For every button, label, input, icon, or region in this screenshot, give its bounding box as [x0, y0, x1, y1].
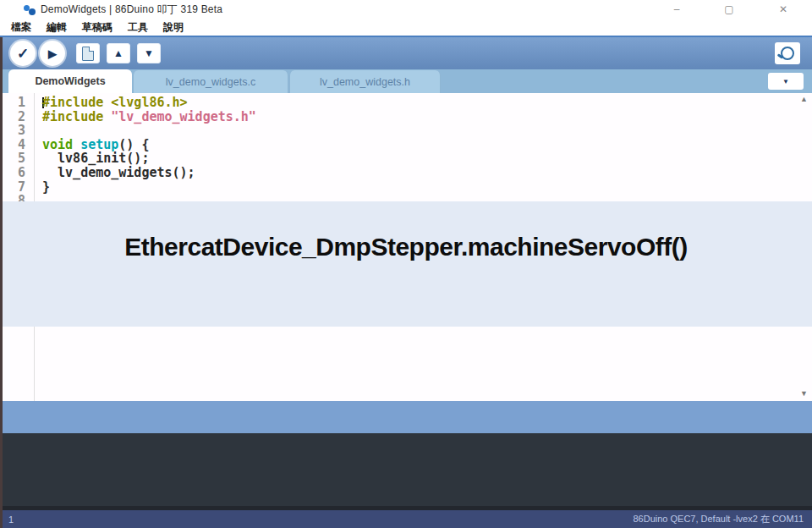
down-arrow-icon: ▼	[144, 47, 154, 59]
close-button[interactable]: ✕	[766, 0, 800, 19]
tab-label: DemoWidgets	[35, 75, 105, 87]
status-board-info: 86Duino QEC7, Default -lvex2 在 COM11	[633, 513, 804, 525]
window-title: DemoWidgets | 86Duino 叩丁 319 Beta	[41, 3, 222, 17]
magnifier-icon	[781, 47, 794, 60]
menu-file[interactable]: 檔案	[3, 20, 39, 35]
open-button[interactable]: ▲	[107, 43, 130, 63]
code-text: lv86_init();	[36, 151, 149, 166]
tab-list-dropdown-button[interactable]: ▼	[768, 73, 804, 90]
line-number: 2	[0, 110, 36, 124]
code-line: 1#include <lvgl86.h>	[0, 96, 795, 110]
editor-console-divider[interactable]	[0, 401, 812, 433]
line-number: 3	[0, 124, 36, 138]
menu-tools[interactable]: 工具	[120, 20, 156, 35]
tab-label: lv_demo_widgets.h	[320, 76, 410, 88]
tab-label: lv_demo_widgets.c	[166, 76, 255, 88]
title-bar: DemoWidgets | 86Duino 叩丁 319 Beta – ▢ ✕	[0, 0, 812, 19]
upload-button[interactable]: ▶	[40, 41, 65, 66]
check-icon: ✓	[17, 45, 29, 63]
minimize-button[interactable]: –	[660, 0, 694, 19]
document-icon	[82, 47, 94, 61]
up-arrow-icon: ▲	[113, 47, 123, 59]
verify-button[interactable]: ✓	[10, 41, 36, 66]
code-text: lv_demo_widgets();	[36, 166, 195, 180]
menu-edit[interactable]: 編輯	[39, 20, 74, 35]
menu-bar: 檔案 編輯 草稿碼 工具 說明	[0, 19, 812, 37]
code-text: #include "lv_demo_widgets.h"	[36, 110, 256, 124]
code-text: void setup() {	[36, 138, 149, 152]
code-line: 5 lv86_init();	[0, 151, 795, 166]
maximize-button[interactable]: ▢	[712, 0, 746, 19]
code-text	[36, 124, 42, 138]
status-line-indicator: 1	[8, 514, 14, 525]
serial-monitor-button[interactable]	[775, 42, 800, 64]
window-left-edge	[0, 37, 3, 528]
code-line: 2#include "lv_demo_widgets.h"	[0, 110, 795, 124]
line-number: 7	[0, 180, 36, 195]
code-line: 7}	[0, 180, 795, 195]
line-number: 4	[0, 138, 36, 152]
chevron-down-icon: ▼	[782, 78, 789, 85]
toolbar: ✓ ▶ ▲ ▼	[0, 37, 812, 69]
tab-lv-demo-widgets-c[interactable]: lv_demo_widgets.c	[133, 70, 288, 93]
scroll-down-icon[interactable]: ▼	[800, 389, 808, 398]
tab-demowidgets[interactable]: DemoWidgets	[8, 69, 132, 93]
subtitle-overlay: EthercatDevice_DmpStepper.machineServoOf…	[0, 201, 812, 327]
right-arrow-icon: ▶	[48, 47, 57, 60]
code-lines: 1#include <lvgl86.h>2#include "lv_demo_w…	[0, 96, 795, 208]
code-text: #include <lvgl86.h>	[36, 96, 188, 110]
tab-lv-demo-widgets-h[interactable]: lv_demo_widgets.h	[289, 70, 441, 93]
tab-bar: DemoWidgets lv_demo_widgets.c lv_demo_wi…	[0, 69, 812, 93]
line-number: 1	[0, 96, 36, 110]
scroll-up-icon[interactable]: ▲	[800, 95, 808, 103]
status-bar: 1 86Duino QEC7, Default -lvex2 在 COM11	[0, 506, 812, 528]
subtitle-text: EthercatDevice_DmpStepper.machineServoOf…	[124, 233, 687, 261]
menu-sketch[interactable]: 草稿碼	[74, 20, 120, 35]
line-number: 5	[0, 151, 36, 166]
line-number: 6	[0, 166, 36, 180]
code-text: }	[36, 180, 50, 195]
new-sketch-button[interactable]	[76, 43, 100, 63]
save-button[interactable]: ▼	[137, 43, 161, 63]
code-line: 3	[0, 124, 795, 138]
ide-window: DemoWidgets | 86Duino 叩丁 319 Beta – ▢ ✕ …	[0, 0, 812, 528]
code-line: 6 lv_demo_widgets();	[0, 166, 795, 180]
code-line: 4void setup() {	[0, 138, 795, 152]
console-output	[0, 433, 812, 506]
app-logo-icon	[24, 3, 36, 15]
menu-help[interactable]: 說明	[156, 20, 191, 35]
